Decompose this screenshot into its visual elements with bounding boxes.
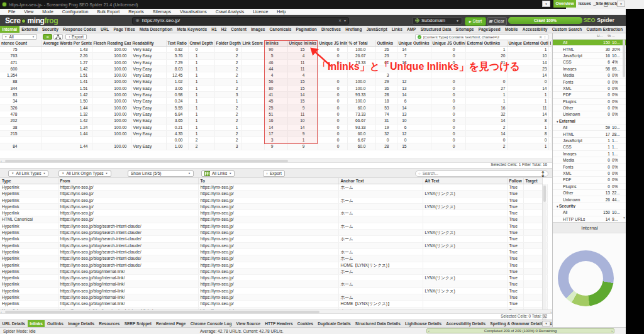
table-cell[interactable]: https://lynx-seo.jp/ (198, 268, 338, 274)
table-cell[interactable]: 14 (465, 118, 507, 124)
table-cell[interactable]: 1 (188, 72, 214, 79)
url-value[interactable]: https://lynx-seo.jp/ (142, 18, 336, 23)
table-cell[interactable] (131, 137, 166, 143)
table-cell[interactable]: True (507, 248, 523, 255)
table-cell[interactable]: Hyperlink (0, 262, 58, 268)
table-cell[interactable]: 75 (0, 47, 42, 53)
detail-tab[interactable]: Outlinks (45, 320, 65, 327)
table-cell[interactable]: 0 (318, 47, 347, 53)
overview-row[interactable]: External (553, 118, 626, 125)
column-header[interactable]: Target (523, 178, 542, 184)
table-cell[interactable]: https://lynx-seo.jp/blog/search-intent-c… (58, 248, 198, 255)
table-cell[interactable]: 19 (375, 124, 397, 130)
table-cell[interactable]: True (507, 223, 523, 229)
scroll-right-icon[interactable]: › (611, 329, 613, 333)
table-cell[interactable]: 5.55 (166, 104, 188, 111)
table-cell[interactable] (338, 287, 423, 294)
table-cell[interactable]: True (507, 281, 523, 287)
table-cell[interactable]: 1.44 (42, 104, 92, 111)
table-cell[interactable]: 3 (214, 143, 241, 150)
column-header[interactable]: Unique External Outlinks (507, 40, 548, 47)
table-cell[interactable]: 3.06 (166, 85, 188, 91)
main-tab[interactable]: AMP (404, 26, 418, 33)
table-row[interactable]: Hyperlinkhttps://lynx-seo.jp/blog/search… (0, 255, 547, 262)
table-cell[interactable]: 1 (188, 118, 214, 124)
overview-row[interactable]: Media 0 0% (553, 72, 626, 79)
table-cell[interactable]: Very Easy (131, 98, 166, 104)
table-cell[interactable] (548, 47, 551, 53)
table-cell[interactable]: 100.00 (92, 79, 131, 85)
all-link-origin-types-dropdown[interactable]: ▼ All Link Origin Types ▼ (58, 170, 111, 177)
table-cell[interactable]: 100.00 (92, 47, 131, 53)
table-cell[interactable]: 26.67 (347, 53, 375, 59)
overview-row[interactable]: All 150 10... (553, 40, 626, 46)
main-tab[interactable]: Page Titles (111, 26, 137, 33)
table-row[interactable]: Hyperlinkhttps://lynx-seo.jp/blog/intern… (0, 294, 547, 301)
table-cell[interactable]: 100.00 (92, 118, 131, 124)
table-cell[interactable]: 0 (431, 118, 465, 124)
table-row[interactable]: Hyperlinkhttps://lynx-seo.jp/ https://ly… (0, 197, 547, 203)
detail-tab[interactable]: Accessibility Details (444, 320, 488, 327)
table-cell[interactable]: Very Easy (131, 65, 166, 72)
table-cell[interactable]: 14 (397, 47, 431, 53)
clear-url-icon[interactable]: ✕ (338, 18, 341, 23)
table-cell[interactable]: 2 (188, 143, 214, 150)
overview-row[interactable]: Other 0 0% (553, 105, 626, 111)
main-tab[interactable]: Content (229, 26, 249, 33)
remove-filter-icon[interactable]: ✕ (539, 35, 542, 39)
table-cell[interactable]: True (507, 301, 523, 307)
table-cell[interactable]: 5.76 (166, 53, 188, 59)
table-cell[interactable]: 14 (397, 92, 431, 98)
table-cell[interactable] (548, 53, 551, 59)
column-header[interactable]: % of Total (347, 40, 375, 47)
table-cell[interactable]: 763 (0, 53, 42, 59)
overview-row[interactable]: HTML 30 20% (553, 46, 626, 52)
table-row[interactable]: Hyperlinkhttps://lynx-seo.jp/blog/search… (0, 236, 547, 242)
table-cell[interactable]: 100.00 (92, 72, 131, 79)
table-cell[interactable] (423, 255, 507, 262)
table-cell[interactable]: 478 (0, 111, 42, 117)
table-cell[interactable]: ホーム (338, 236, 423, 242)
table-row[interactable]: Hyperlinkhttps://lynx-seo.jp/blog/intern… (0, 275, 547, 281)
table-cell[interactable] (523, 223, 542, 229)
table-cell[interactable] (548, 59, 551, 65)
table-cell[interactable] (423, 210, 507, 216)
detail-tab[interactable]: Structured Data Details (353, 320, 402, 327)
detail-tab[interactable]: Chrome Console Log (188, 320, 234, 327)
table-cell[interactable]: Very Easy (131, 47, 166, 53)
overview-row[interactable]: Images 98 65... (553, 66, 626, 72)
table-cell[interactable]: 38 (0, 124, 42, 130)
table-cell[interactable]: ホーム (338, 197, 423, 203)
table-cell[interactable]: True (507, 230, 523, 236)
table-cell[interactable]: Hyperlink (0, 301, 58, 307)
table-cell[interactable]: 15 (397, 143, 431, 150)
table-cell[interactable]: 0 (431, 47, 465, 53)
table-cell[interactable] (241, 72, 264, 79)
sidebar-tab[interactable]: Overview (553, 0, 576, 8)
table-cell[interactable]: 2 (214, 118, 241, 124)
table-cell[interactable]: 100.0 (347, 47, 375, 53)
table-cell[interactable]: 8 (507, 130, 548, 136)
table-cell[interactable]: https://lynx-seo.jp/ (58, 216, 198, 223)
table-row[interactable]: Hyperlinkhttps://lynx-seo.jp/ https://ly… (0, 203, 547, 209)
table-cell[interactable]: Very Easy (131, 111, 166, 117)
table-cell[interactable] (548, 98, 551, 104)
table-cell[interactable]: Hyperlink (0, 197, 58, 203)
table-cell[interactable]: https://lynx-seo.jp/ (198, 281, 338, 287)
scroll-right-icon[interactable]: › (550, 310, 552, 314)
table-cell[interactable]: 14 (397, 104, 431, 111)
table-cell[interactable]: 100.00 (92, 53, 131, 59)
table-cell[interactable] (523, 191, 542, 197)
table-cell[interactable]: Very Easy (131, 118, 166, 124)
column-header[interactable]: Unique JS Outlinks (431, 40, 465, 47)
table-cell[interactable] (523, 242, 542, 248)
table-cell[interactable]: https://lynx-seo.jp/blog/internal-link/ (58, 301, 198, 307)
start-button[interactable]: ▶ Start (465, 17, 486, 26)
table-cell[interactable]: 1.42 (42, 118, 92, 124)
table-cell[interactable]: https://lynx-seo.jp/ (198, 184, 338, 191)
table-cell[interactable] (241, 92, 264, 98)
column-header[interactable]: L (548, 40, 551, 47)
table-cell[interactable]: 1.43 (42, 47, 92, 53)
table-cell[interactable]: https://lynx-seo.jp/blog/internal-link/ (58, 275, 198, 281)
table-cell[interactable]: 100.00 (92, 59, 131, 65)
